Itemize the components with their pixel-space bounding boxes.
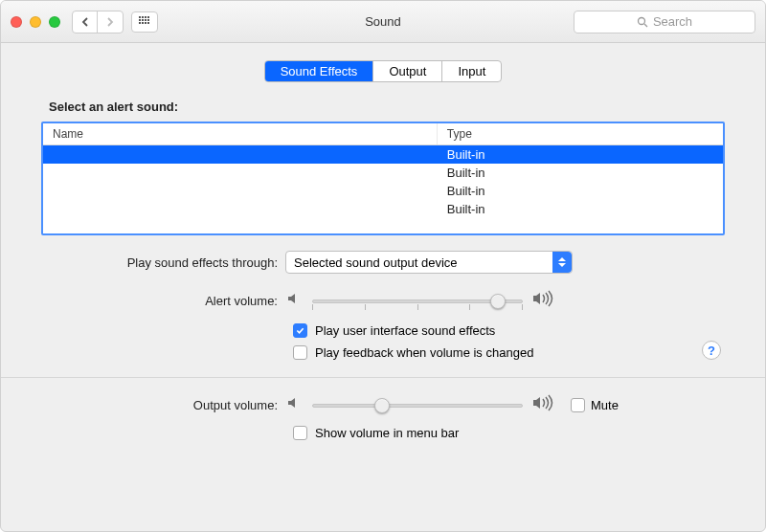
alert-sound-table[interactable]: Name Type Built-in Built-in Built-in <box>41 122 725 235</box>
mute-checkbox[interactable] <box>571 398 585 412</box>
minimize-icon[interactable] <box>30 16 41 28</box>
sound-preference-window: Sound Search Sound Effects Output Input … <box>0 0 766 532</box>
grid-icon <box>139 16 150 28</box>
alert-heading: Select an alert sound: <box>49 100 725 114</box>
table-row[interactable]: Built-in <box>43 200 723 218</box>
table-row[interactable]: Built-in <box>43 164 723 182</box>
speaker-high-icon <box>532 289 557 312</box>
table-row[interactable]: Built-in <box>43 145 723 164</box>
back-button[interactable] <box>73 11 98 33</box>
output-volume-slider[interactable] <box>285 393 557 416</box>
show-all-button[interactable] <box>131 11 158 33</box>
speaker-low-icon <box>285 394 303 415</box>
column-name: Name <box>43 123 438 144</box>
titlebar: Sound Search <box>1 1 765 43</box>
svg-point-0 <box>638 17 644 24</box>
play-through-label: Play sound effects through: <box>41 255 285 270</box>
menubar-checkbox[interactable] <box>293 426 307 440</box>
ui-sounds-label: Play user interface sound effects <box>315 323 495 338</box>
mute-label: Mute <box>591 398 619 412</box>
menubar-label: Show volume in menu bar <box>315 426 459 440</box>
play-through-value: Selected sound output device <box>294 255 458 270</box>
search-input[interactable]: Search <box>574 11 755 33</box>
tab-sound-effects[interactable]: Sound Effects <box>265 61 374 81</box>
alert-volume-label: Alert volume: <box>41 294 285 308</box>
alert-volume-slider[interactable] <box>285 289 557 312</box>
zoom-icon[interactable] <box>49 16 60 28</box>
search-placeholder: Search <box>653 14 692 29</box>
speaker-high-icon <box>532 393 557 416</box>
stepper-icon <box>552 252 572 273</box>
feedback-label: Play feedback when volume is changed <box>315 345 533 360</box>
close-icon[interactable] <box>11 16 22 28</box>
search-icon <box>637 16 648 28</box>
speaker-low-icon <box>285 290 303 311</box>
column-type: Type <box>438 123 723 144</box>
output-volume-label: Output volume: <box>41 398 285 412</box>
tab-segment: Sound Effects Output Input <box>22 60 744 82</box>
divider <box>1 377 765 378</box>
play-through-select[interactable]: Selected sound output device <box>285 251 573 274</box>
window-controls <box>11 16 60 28</box>
tab-input[interactable]: Input <box>442 61 501 81</box>
help-button[interactable]: ? <box>702 341 721 360</box>
table-row[interactable]: Built-in <box>43 182 723 200</box>
tab-output[interactable]: Output <box>373 61 442 81</box>
preference-body: Sound Effects Output Input Select an ale… <box>1 43 765 463</box>
feedback-checkbox[interactable] <box>293 345 307 360</box>
nav-buttons <box>72 11 124 33</box>
svg-line-1 <box>644 24 647 27</box>
forward-button[interactable] <box>98 11 123 33</box>
ui-sounds-checkbox[interactable] <box>293 323 307 338</box>
